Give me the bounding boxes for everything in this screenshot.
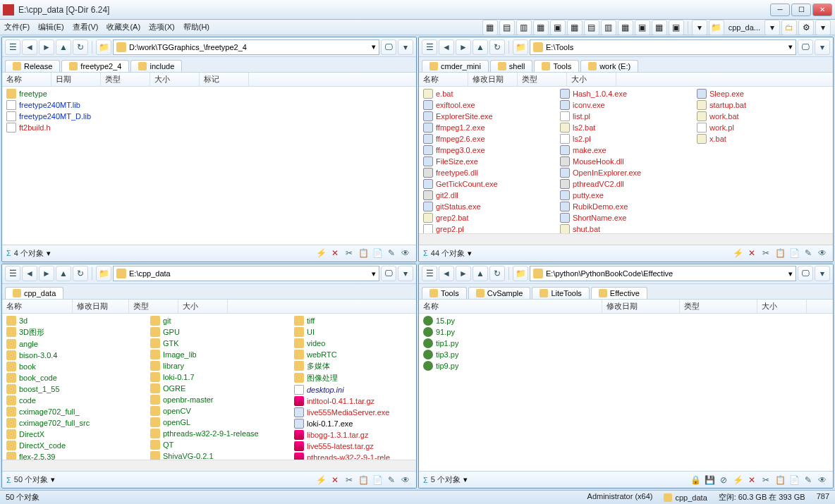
- column-header[interactable]: 修改日期: [602, 300, 680, 313]
- nav-dropdown-icon[interactable]: ▾: [815, 266, 830, 281]
- tool-copy-icon[interactable]: 📋: [774, 247, 786, 259]
- nav-dropdown-icon[interactable]: ▾: [398, 266, 413, 281]
- nav-back-icon[interactable]: ◄: [22, 266, 37, 281]
- list-item[interactable]: x.bat: [695, 133, 815, 145]
- list-item[interactable]: ShortName.exe: [559, 212, 678, 223]
- column-header[interactable]: 类型: [129, 300, 178, 313]
- list-item[interactable]: tip1.py: [422, 338, 830, 349]
- list-item[interactable]: FileSize.exe: [422, 156, 542, 167]
- tool-copy-icon[interactable]: 📋: [357, 247, 370, 259]
- tool-x-icon[interactable]: ⊘: [717, 474, 730, 486]
- nav-monitor-icon[interactable]: 🖵: [381, 266, 396, 281]
- nav-forward-icon[interactable]: ►: [456, 266, 471, 281]
- tab[interactable]: freetype2_4: [61, 60, 129, 72]
- column-header[interactable]: 修改日期: [468, 73, 518, 86]
- nav-refresh-icon[interactable]: ↻: [73, 266, 88, 281]
- maximize-button[interactable]: ☐: [791, 4, 811, 16]
- address-bar[interactable]: D:\work\TGGraphics_\freetype2_4 ▾: [113, 39, 379, 55]
- list-item[interactable]: ls2.pl: [559, 133, 678, 145]
- folder-icon[interactable]: 📁: [513, 39, 528, 55]
- status-chevron-icon[interactable]: ▾: [468, 249, 472, 258]
- list-item[interactable]: shut.bat: [559, 223, 678, 233]
- tool-paste-icon[interactable]: 📄: [788, 247, 800, 259]
- tool-paste-icon[interactable]: 📄: [788, 474, 800, 486]
- nav-forward-icon[interactable]: ►: [456, 39, 471, 55]
- list-item[interactable]: loki-0.1.7.exe: [293, 418, 416, 429]
- list-item[interactable]: freetype240MT_D.lib: [5, 111, 413, 122]
- list-item[interactable]: live555-latest.tar.gz: [293, 441, 416, 452]
- layout-10-icon[interactable]: ▣: [635, 20, 650, 35]
- tool-delete-icon[interactable]: ✕: [329, 474, 341, 486]
- list-item[interactable]: book_code: [5, 372, 132, 383]
- layout-3-icon[interactable]: ▥: [516, 20, 532, 35]
- column-header[interactable]: 大小: [178, 300, 228, 313]
- layout-1-icon[interactable]: ▦: [482, 20, 498, 35]
- column-header[interactable]: 名称: [2, 73, 51, 86]
- tool-disk-icon[interactable]: 💾: [703, 474, 716, 486]
- file-list[interactable]: 15.py91.pytip1.pytip3.pytip9.py: [419, 314, 833, 472]
- column-header[interactable]: 修改日期: [73, 300, 129, 313]
- tool-paste-icon[interactable]: 📄: [371, 247, 384, 259]
- tool-edit-icon[interactable]: ✎: [385, 474, 398, 486]
- tool-cut-icon[interactable]: ✂: [760, 247, 772, 259]
- list-item[interactable]: GPU: [149, 326, 276, 338]
- tab[interactable]: cmder_mini: [422, 60, 489, 72]
- list-item[interactable]: intltool-0.41.1.tar.gz: [293, 395, 416, 407]
- tool-paste-icon[interactable]: 📄: [371, 474, 384, 486]
- tool-view-icon[interactable]: 👁: [816, 247, 829, 259]
- tool-cut-icon[interactable]: ✂: [760, 474, 772, 486]
- list-item[interactable]: work.pl: [695, 122, 815, 133]
- nav-refresh-icon[interactable]: ↻: [489, 266, 505, 281]
- list-item[interactable]: openGL: [149, 417, 276, 428]
- overflow-icon[interactable]: ▾: [692, 20, 707, 35]
- list-item[interactable]: flex-2.5.39: [5, 451, 132, 460]
- file-list[interactable]: e.batexiftool.exeExplorerSite.exeffmpeg1…: [419, 87, 833, 233]
- tool-bolt-icon[interactable]: ⚡: [315, 247, 327, 259]
- list-item[interactable]: cximage702_full_src: [5, 417, 132, 429]
- list-item[interactable]: ft2build.h: [5, 122, 413, 133]
- toolbar-path-label[interactable]: cpp_da...: [726, 23, 763, 32]
- tool-bolt-icon[interactable]: ⚡: [315, 474, 327, 486]
- list-item[interactable]: RubikDemo.exe: [559, 201, 678, 212]
- list-item[interactable]: ExplorerSite.exe: [422, 111, 542, 122]
- tool-copy-icon[interactable]: 📋: [357, 474, 370, 486]
- column-header[interactable]: 名称: [419, 300, 602, 313]
- toolbar-dropdown-icon[interactable]: ▾: [764, 20, 780, 35]
- nav-back-icon[interactable]: ◄: [439, 266, 454, 281]
- list-item[interactable]: 3D图形: [5, 326, 132, 338]
- list-item[interactable]: tip9.py: [422, 360, 830, 371]
- list-item[interactable]: git: [149, 315, 276, 326]
- nav-monitor-icon[interactable]: 🖵: [798, 266, 813, 281]
- layout-12-icon[interactable]: ▣: [669, 20, 684, 35]
- list-item[interactable]: work.bat: [695, 111, 815, 122]
- address-bar[interactable]: E:\Tools ▾: [530, 39, 796, 55]
- tool-lock-icon[interactable]: 🔒: [689, 474, 702, 486]
- menu-options[interactable]: 选项(X): [149, 22, 175, 32]
- list-item[interactable]: ShivaVG-0.2.1: [149, 450, 276, 460]
- toolbar-folder-icon[interactable]: 📁: [709, 20, 724, 35]
- list-item[interactable]: ffmpeg3.0.exe: [422, 145, 542, 156]
- list-item[interactable]: grep2.pl: [422, 223, 542, 233]
- tool-cut-icon[interactable]: ✂: [343, 474, 355, 486]
- menu-file[interactable]: 文件(F): [4, 22, 30, 32]
- toolbar-folder2-icon[interactable]: 🗀: [781, 20, 797, 35]
- list-item[interactable]: putty.exe: [559, 190, 678, 201]
- tool-edit-icon[interactable]: ✎: [385, 247, 398, 259]
- list-item[interactable]: pthreads-w32-2-9-1-release: [149, 428, 276, 439]
- list-item[interactable]: list.pl: [559, 111, 678, 122]
- tree-toggle-icon[interactable]: ☰: [422, 39, 437, 55]
- layout-11-icon[interactable]: ▦: [652, 20, 667, 35]
- list-item[interactable]: cximage702_full_: [5, 406, 132, 417]
- list-item[interactable]: 15.py: [422, 315, 830, 326]
- list-item[interactable]: 多媒体: [293, 360, 416, 372]
- list-item[interactable]: 图像处理: [293, 372, 416, 384]
- list-item[interactable]: exiftool.exe: [422, 99, 542, 111]
- layout-4-icon[interactable]: ▦: [533, 20, 549, 35]
- folder-icon[interactable]: 📁: [513, 266, 528, 281]
- layout-7-icon[interactable]: ▤: [584, 20, 599, 35]
- tab[interactable]: Release: [5, 60, 60, 72]
- list-item[interactable]: pthreads-w32-2-9-1-rele: [293, 452, 416, 460]
- nav-up-icon[interactable]: ▲: [56, 266, 71, 281]
- list-item[interactable]: e.bat: [422, 88, 542, 99]
- tool-delete-icon[interactable]: ✕: [329, 247, 341, 259]
